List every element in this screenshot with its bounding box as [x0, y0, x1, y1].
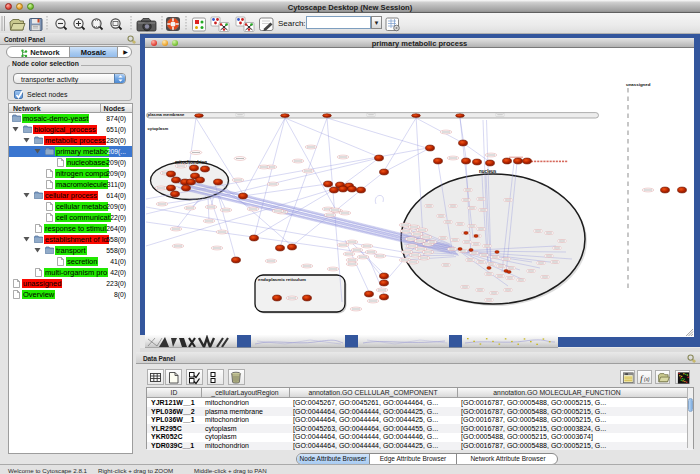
svg-text:endoplasmic reticulum: endoplasmic reticulum	[258, 277, 306, 282]
svg-text:unassigned: unassigned	[626, 82, 651, 87]
svg-text:mitochondrion: mitochondrion	[175, 160, 207, 165]
svg-text:(x): (x)	[644, 377, 650, 382]
svg-text:nucleus: nucleus	[479, 169, 497, 174]
svg-text:cytoplasm: cytoplasm	[148, 126, 169, 131]
svg-text:plasma membrane: plasma membrane	[148, 112, 185, 117]
